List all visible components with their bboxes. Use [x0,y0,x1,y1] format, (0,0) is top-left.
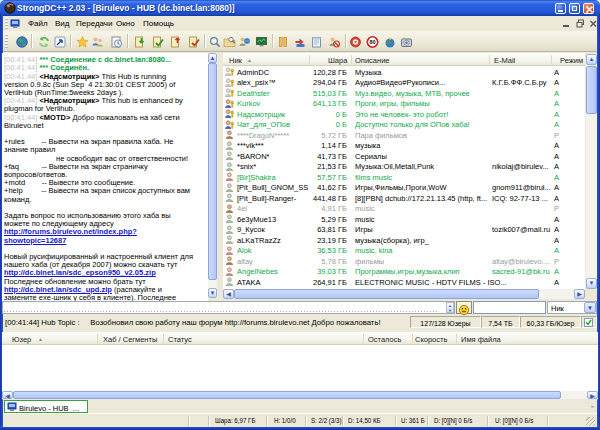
svg-text:80: 80 [369,39,375,45]
